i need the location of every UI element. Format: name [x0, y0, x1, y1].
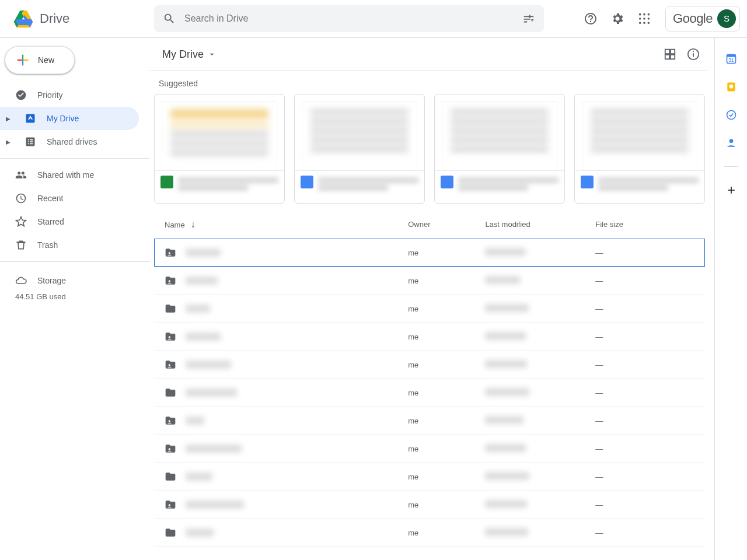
folder-icon	[165, 471, 176, 482]
owner-cell: me	[407, 379, 484, 407]
owner-cell: me	[407, 491, 484, 519]
doc-type-icon	[581, 176, 594, 188]
drive-logo-icon	[12, 7, 35, 30]
owner-cell: me	[407, 323, 484, 351]
svg-point-27	[169, 252, 170, 254]
table-row[interactable]: me —	[154, 295, 705, 323]
contacts-app-icon[interactable]	[720, 131, 743, 155]
clock-icon	[15, 192, 27, 204]
svg-rect-23	[22, 60, 23, 61]
folder-icon	[165, 387, 176, 398]
search-input[interactable]	[183, 13, 515, 24]
col-modified[interactable]: Last modified	[484, 211, 595, 239]
sidebar-item-priority[interactable]: Priority	[0, 83, 139, 107]
doc-type-icon	[441, 176, 453, 188]
table-row[interactable]: me —	[154, 239, 705, 267]
suggested-row	[154, 94, 705, 211]
priority-icon	[15, 89, 27, 101]
suggested-card[interactable]	[434, 94, 565, 204]
suggested-card[interactable]	[294, 94, 425, 204]
table-row[interactable]: me —	[154, 323, 705, 351]
view-grid-icon[interactable]	[658, 43, 682, 66]
chevron-right-icon[interactable]: ▶	[6, 139, 13, 145]
storage-section[interactable]: Storage 44.51 GB used	[0, 264, 149, 306]
location-dropdown[interactable]: My Drive	[159, 46, 220, 63]
svg-point-15	[643, 13, 645, 15]
suggested-label: Suggested	[154, 71, 705, 94]
suggested-meta	[295, 170, 424, 203]
size-cell: —	[595, 407, 705, 435]
table-row[interactable]: me —	[154, 435, 705, 463]
svg-point-38	[729, 85, 733, 89]
sidebar-item-trash[interactable]: Trash	[0, 233, 139, 257]
details-icon[interactable]	[682, 43, 705, 66]
listing-header: Name↓ Owner Last modified File size	[154, 211, 705, 239]
col-size[interactable]: File size	[595, 211, 705, 239]
sidebar-item-mydrive[interactable]: ▶ My Drive	[0, 107, 139, 130]
doc-type-icon	[301, 176, 313, 188]
location-bar: My Drive	[149, 38, 714, 71]
account-switcher[interactable]: Google S	[665, 6, 740, 32]
svg-point-31	[169, 420, 170, 422]
svg-rect-25	[693, 53, 694, 57]
svg-point-39	[727, 111, 735, 120]
settings-icon[interactable]	[606, 7, 629, 30]
redacted-name	[186, 388, 237, 397]
shared-folder-icon	[165, 247, 176, 258]
tasks-app-icon[interactable]	[720, 103, 743, 127]
file-listing: Name↓ Owner Last modified File size me —…	[154, 211, 705, 547]
new-label: New	[38, 55, 54, 65]
search-icon[interactable]	[158, 7, 181, 30]
suggested-card[interactable]	[154, 94, 285, 204]
logo-area[interactable]: Drive	[5, 7, 149, 30]
search-bar[interactable]	[154, 5, 544, 32]
table-row[interactable]: me —	[154, 407, 705, 435]
chevron-right-icon[interactable]: ▶	[6, 116, 13, 122]
col-owner[interactable]: Owner	[407, 211, 484, 239]
sidebar-item-starred[interactable]: Starred	[0, 210, 139, 233]
addons-plus-icon[interactable]	[720, 178, 743, 202]
size-cell: —	[595, 379, 705, 407]
table-row[interactable]: me —	[154, 463, 705, 491]
sidebar-item-shareddrives[interactable]: ▶ Shared drives	[0, 130, 139, 153]
owner-cell: me	[407, 407, 484, 435]
suggested-meta	[155, 170, 284, 203]
suggested-thumb	[442, 102, 557, 170]
modified-cell	[484, 267, 595, 295]
table-row[interactable]: me —	[154, 379, 705, 407]
svg-point-19	[648, 18, 650, 20]
table-row[interactable]: me —	[154, 519, 705, 547]
suggested-thumb	[302, 102, 417, 170]
new-button[interactable]: New	[5, 46, 75, 74]
modified-cell	[484, 407, 595, 435]
redacted-name	[186, 473, 212, 481]
svg-point-17	[639, 18, 641, 20]
modified-cell	[484, 491, 595, 519]
owner-cell: me	[407, 239, 484, 267]
sort-down-icon: ↓	[191, 219, 196, 229]
shared-folder-icon	[165, 331, 176, 342]
calendar-app-icon[interactable]: 31	[720, 47, 743, 71]
col-name[interactable]: Name↓	[154, 211, 407, 239]
mydrive-icon	[25, 113, 36, 124]
modified-cell	[484, 323, 595, 351]
owner-cell: me	[407, 295, 484, 323]
apps-icon[interactable]	[633, 7, 656, 30]
shared-folder-icon	[165, 443, 176, 454]
modified-cell	[484, 295, 595, 323]
table-row[interactable]: me —	[154, 491, 705, 519]
svg-point-29	[169, 336, 170, 338]
svg-point-18	[643, 18, 645, 20]
avatar[interactable]: S	[717, 9, 736, 28]
sidebar-item-recent[interactable]: Recent	[0, 187, 139, 210]
table-row[interactable]: me —	[154, 351, 705, 379]
suggested-card[interactable]	[574, 94, 705, 204]
owner-cell: me	[407, 351, 484, 379]
table-row[interactable]: me —	[154, 267, 705, 295]
keep-app-icon[interactable]	[720, 75, 743, 99]
owner-cell: me	[407, 519, 484, 547]
help-icon[interactable]	[579, 7, 602, 30]
sidebar-item-sharedwithme[interactable]: Shared with me	[0, 163, 139, 187]
search-options-icon[interactable]	[517, 7, 540, 30]
svg-point-33	[169, 504, 170, 506]
